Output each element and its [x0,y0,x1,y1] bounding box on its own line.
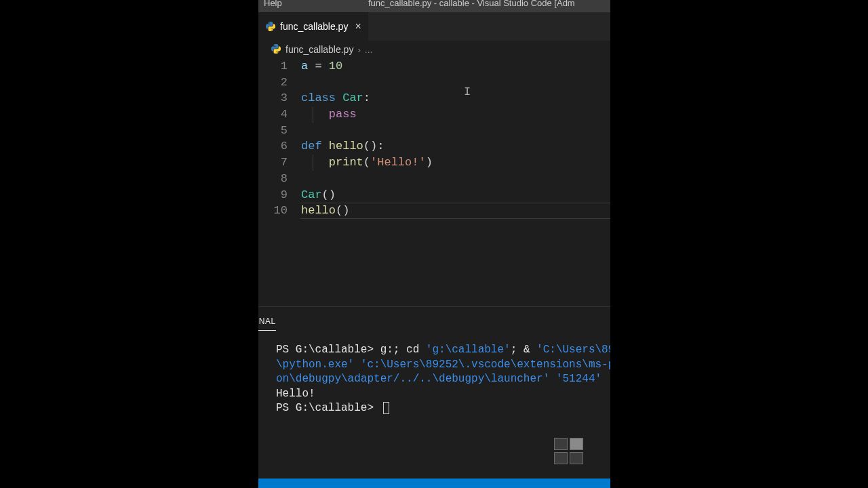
line-number: 6 [258,138,288,155]
terminal-line: PS G:\callable> g:; cd 'g:\callable'; & … [276,343,593,358]
code-line[interactable] [301,171,610,187]
terminal-line: \python.exe' 'c:\Users\89252\.vscode\ext… [276,358,593,373]
breadcrumb-file: func_callable.py [285,44,353,55]
python-icon [265,21,276,32]
text-cursor-icon: I [464,86,471,98]
vscode-window: Help func_callable.py - callable - Visua… [258,0,610,488]
terminal-line: Hello! [276,387,593,402]
line-number: 4 [258,106,288,123]
terminal-line: PS G:\callable> [276,401,593,416]
panel-tabs: INAL [258,307,610,331]
editor-layout-icon[interactable] [554,438,587,466]
code-editor[interactable]: 12345678910 I a = 10class Car: passdef h… [258,58,610,306]
code-line[interactable] [301,75,610,91]
line-number: 3 [258,90,288,106]
tab-bar: func_callable.py × [258,12,610,41]
python-icon [271,43,281,56]
terminal-line: on\debugpy\adapter/../..\debugpy\launche… [276,372,593,387]
code-line[interactable]: pass [301,106,610,123]
breadcrumb[interactable]: func_callable.py › ... [258,41,610,58]
indent-guide [313,106,313,123]
window-title: func_callable.py - callable - Visual Stu… [368,0,575,7]
line-number: 7 [258,155,288,171]
line-number: 10 [258,203,288,219]
close-icon[interactable]: × [355,20,361,33]
code-line[interactable]: Car() [301,187,610,203]
breadcrumb-symbol: ... [365,44,373,55]
terminal[interactable]: PS G:\callable> g:; cd 'g:\callable'; & … [258,331,610,479]
title-bar: Help func_callable.py - callable - Visua… [258,0,610,12]
line-number-gutter: 12345678910 [258,58,301,306]
editor-tab-active[interactable]: func_callable.py × [258,12,368,41]
code-line[interactable]: def hello(): [301,138,610,155]
code-line[interactable]: print('Hello!') [301,155,610,171]
tab-filename: func_callable.py [280,21,348,32]
line-number: 5 [258,123,288,139]
line-number: 9 [258,187,288,203]
terminal-cursor [383,402,389,414]
code-line[interactable]: a = 10 [301,58,610,75]
code-line[interactable] [301,123,610,139]
line-number: 8 [258,171,288,187]
code-content[interactable]: I a = 10class Car: passdef hello(): prin… [301,58,610,306]
bottom-panel: INAL PS G:\callable> g:; cd 'g:\callable… [258,306,610,479]
tab-terminal[interactable]: INAL [258,312,276,331]
status-bar[interactable] [258,479,610,488]
chevron-right-icon: › [357,45,360,55]
line-number: 2 [258,75,288,91]
menu-help[interactable]: Help [264,0,282,7]
line-number: 1 [258,58,288,75]
code-line[interactable]: class Car: [301,90,610,106]
indent-guide [313,155,313,171]
code-line[interactable]: hello() [301,203,610,219]
